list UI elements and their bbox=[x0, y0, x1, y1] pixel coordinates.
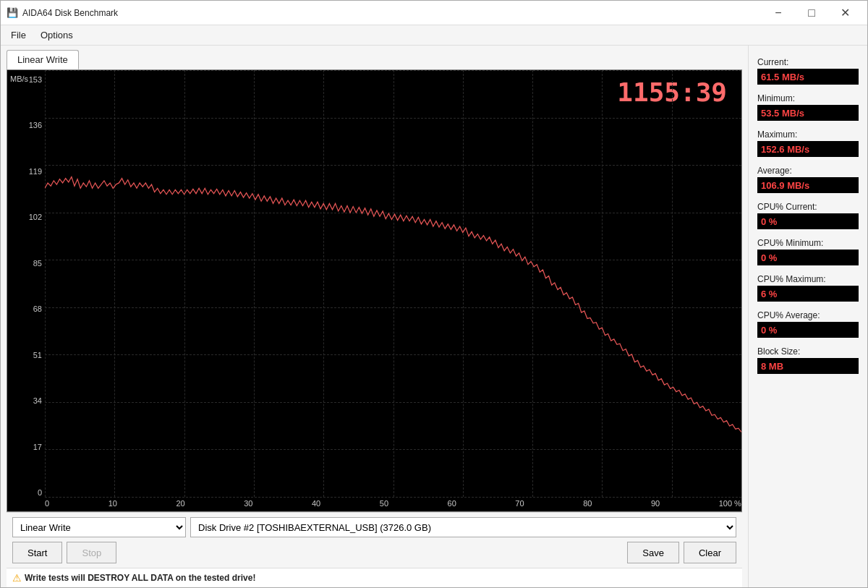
current-value: 61.5 MB/s bbox=[757, 69, 859, 85]
cpu-current-label: CPU% Current: bbox=[757, 202, 859, 212]
bottom-controls: Linear Write Disk Drive #2 [TOSHIBAEXTER… bbox=[7, 512, 742, 568]
menu-options[interactable]: Options bbox=[33, 27, 80, 43]
stat-maximum: Maximum: 152.6 MB/s bbox=[757, 125, 859, 157]
save-button[interactable]: Save bbox=[627, 542, 679, 563]
stats-sidebar: Current: 61.5 MB/s Minimum: 53.5 MB/s Ma… bbox=[748, 46, 867, 587]
cpu-current-value: 0 % bbox=[757, 213, 859, 229]
cpu-average-value: 0 % bbox=[757, 322, 859, 338]
block-size-label: Block Size: bbox=[757, 346, 859, 357]
start-button[interactable]: Start bbox=[12, 542, 62, 563]
maximize-button[interactable]: □ bbox=[795, 1, 828, 25]
cpu-average-label: CPU% Average: bbox=[757, 310, 859, 320]
clear-button[interactable]: Clear bbox=[684, 542, 736, 563]
x-label-70: 70 bbox=[515, 499, 524, 508]
x-label-50: 50 bbox=[380, 499, 388, 508]
close-button[interactable]: ✕ bbox=[828, 1, 861, 25]
block-size-value: 8 MB bbox=[757, 358, 859, 374]
chart-container: MB/s 1155:39 153 136 119 102 85 68 51 34… bbox=[7, 69, 742, 512]
x-label-60: 60 bbox=[448, 499, 456, 508]
minimize-button[interactable]: − bbox=[762, 1, 795, 25]
average-label: Average: bbox=[757, 166, 859, 176]
x-label-30: 30 bbox=[244, 499, 252, 508]
stat-minimum: Minimum: 53.5 MB/s bbox=[757, 89, 859, 121]
control-row-selects: Linear Write Disk Drive #2 [TOSHIBAEXTER… bbox=[12, 517, 736, 537]
chart-xaxis: 0 10 20 30 40 50 60 70 80 90 100 % bbox=[45, 497, 741, 511]
menu-file[interactable]: File bbox=[4, 27, 33, 43]
stat-cpu-current: CPU% Current: 0 % bbox=[757, 197, 859, 229]
stop-button[interactable]: Stop bbox=[67, 542, 116, 563]
minimum-value: 53.5 MB/s bbox=[757, 105, 859, 121]
stat-block-size: Block Size: 8 MB bbox=[757, 342, 859, 374]
maximum-label: Maximum: bbox=[757, 129, 859, 140]
window-controls: − □ ✕ bbox=[762, 1, 861, 25]
app-icon: 💾 bbox=[7, 7, 18, 19]
content-area: Linear Write MB/s 1155:39 153 136 119 10… bbox=[1, 46, 867, 587]
stat-cpu-maximum: CPU% Maximum: 6 % bbox=[757, 270, 859, 302]
title-bar: 💾 AIDA64 Disk Benchmark − □ ✕ bbox=[1, 1, 867, 25]
disk-select[interactable]: Disk Drive #2 [TOSHIBAEXTERNAL_USB] (372… bbox=[190, 517, 736, 537]
minimum-label: Minimum: bbox=[757, 93, 859, 103]
cpu-maximum-value: 6 % bbox=[757, 286, 859, 302]
y-label-85: 85 bbox=[9, 260, 45, 268]
y-label-102: 102 bbox=[9, 213, 45, 221]
chart-svg bbox=[45, 70, 741, 497]
x-label-80: 80 bbox=[583, 499, 592, 508]
stat-cpu-average: CPU% Average: 0 % bbox=[757, 306, 859, 338]
average-value: 106.9 MB/s bbox=[757, 177, 859, 193]
menu-bar: File Options bbox=[1, 25, 867, 46]
main-panel: Linear Write MB/s 1155:39 153 136 119 10… bbox=[1, 46, 748, 587]
y-label-119: 119 bbox=[9, 168, 45, 176]
x-label-90: 90 bbox=[651, 499, 660, 508]
stat-cpu-minimum: CPU% Minimum: 0 % bbox=[757, 234, 859, 265]
y-label-51: 51 bbox=[9, 351, 45, 359]
maximum-value: 152.6 MB/s bbox=[757, 141, 859, 157]
stat-current: Current: 61.5 MB/s bbox=[757, 53, 859, 85]
chart-unit-label: MB/s bbox=[10, 74, 28, 83]
warning-icon: ⚠ bbox=[12, 572, 22, 584]
cpu-minimum-label: CPU% Minimum: bbox=[757, 238, 859, 248]
y-label-68: 68 bbox=[9, 305, 45, 313]
stat-average: Average: 106.9 MB/s bbox=[757, 161, 859, 193]
current-label: Current: bbox=[757, 57, 859, 67]
x-label-0: 0 bbox=[45, 499, 49, 508]
warning-bar: ⚠ Write tests will DESTROY ALL DATA on t… bbox=[7, 568, 742, 587]
cpu-maximum-label: CPU% Maximum: bbox=[757, 274, 859, 284]
x-label-20: 20 bbox=[176, 499, 184, 508]
test-type-select[interactable]: Linear Write bbox=[12, 517, 186, 537]
y-label-136: 136 bbox=[9, 122, 45, 129]
warning-text: Write tests will DESTROY ALL DATA on the… bbox=[25, 573, 255, 583]
x-label-10: 10 bbox=[109, 499, 117, 508]
x-label-100: 100 % bbox=[719, 499, 741, 508]
y-label-17: 17 bbox=[9, 443, 45, 451]
y-label-0: 0 bbox=[9, 489, 45, 497]
chart-yaxis: 153 136 119 102 85 68 51 34 17 0 bbox=[7, 70, 45, 511]
x-label-40: 40 bbox=[312, 499, 320, 508]
cpu-minimum-value: 0 % bbox=[757, 250, 859, 265]
tab-strip: Linear Write bbox=[7, 50, 742, 69]
y-label-34: 34 bbox=[9, 397, 45, 405]
tab-linear-write[interactable]: Linear Write bbox=[7, 50, 79, 69]
button-row: Start Stop Save Clear bbox=[12, 542, 736, 563]
window-title: AIDA64 Disk Benchmark bbox=[22, 8, 762, 18]
app-window: 💾 AIDA64 Disk Benchmark − □ ✕ File Optio… bbox=[0, 0, 868, 588]
